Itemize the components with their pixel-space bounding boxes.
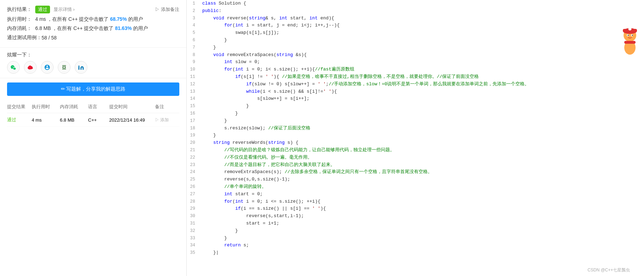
code-line: 26 //单个单词的旋转。 xyxy=(187,183,644,191)
code-line: 18 s.resize(slow); //保证了后面没空格 xyxy=(187,125,644,132)
line-number: 31 xyxy=(187,220,201,227)
pass-badge: 通过 xyxy=(35,6,50,13)
code-line: 28 for(int i = 0; i <= s.size(); ++i){ xyxy=(187,198,644,206)
code-editor[interactable]: 1class Solution {2public:3 void reverse(… xyxy=(187,0,644,276)
test-label: 通过测试用例： xyxy=(7,35,42,41)
line-content: } xyxy=(201,44,644,51)
test-row: 通过测试用例： 58 / 58 xyxy=(7,35,179,41)
left-panel: 执行结果： 通过 显示详情 › ▷ 添加备注 执行用时： 4 ms ，在所有 C… xyxy=(0,0,187,276)
header-time: 执行用时 xyxy=(32,104,60,110)
code-line: 13 while(i < s.size() && s[i]!=' '){ xyxy=(187,88,644,96)
linkedin-share-btn[interactable] xyxy=(75,61,87,74)
line-content: removeExtraSpaces(s); //去除多余空格，保证单词之间只有一… xyxy=(201,168,644,176)
code-line: 9 int slow = 0; xyxy=(187,59,644,66)
code-line: 15 } xyxy=(187,103,644,110)
row-time: 4 ms xyxy=(32,117,60,123)
code-line: 17 } xyxy=(187,117,644,125)
table-row: 通过 4 ms 6.8 MB C++ 2022/12/14 16:49 ▷ 添加 xyxy=(7,113,179,127)
code-line: 19 } xyxy=(187,132,644,139)
mem-row: 内存消耗： 6.8 MB ，在所有 C++ 提交中击败了 81.63% 的用户 xyxy=(7,25,179,32)
line-content: string reverseWords(string s) { xyxy=(201,139,644,147)
row-mem: 6.8 MB xyxy=(60,117,88,123)
line-content: } xyxy=(201,110,644,117)
line-content: //单个单词的旋转。 xyxy=(201,183,644,191)
code-line: 11 if(s[i] != ' '){ //如果是空格，啥事不干直接过,相当于删… xyxy=(187,73,644,81)
time-label: 执行用时： xyxy=(7,16,35,23)
line-number: 26 xyxy=(187,183,201,190)
line-content: reverse(s,0,s.size()-1); xyxy=(201,176,644,183)
header-lang: 语言 xyxy=(88,104,109,110)
row-result[interactable]: 通过 xyxy=(7,117,32,123)
line-number: 2 xyxy=(187,7,201,14)
execution-result-label: 执行结果： xyxy=(7,6,35,13)
row-note[interactable]: ▷ 添加 xyxy=(155,117,179,123)
line-number: 23 xyxy=(187,161,201,168)
line-content: int start = 0; xyxy=(201,191,644,198)
code-line: 22 //不仅仅是看懂代码。抄一遍。毫无作用。 xyxy=(187,154,644,161)
mem-value: 6.8 MB ，在所有 C++ 提交中击败了 81.63% 的用户 xyxy=(35,25,148,32)
header-mem: 内存消耗 xyxy=(60,104,88,110)
code-line: 10 for(int i = 0; i< s.size(); ++i){//fa… xyxy=(187,66,644,73)
detail-link[interactable]: 显示详情 › xyxy=(54,6,75,13)
line-content: if(slow != 0) s[slow++] = ' ';//手动添加空格，s… xyxy=(201,81,644,88)
line-content: swap(s[i],s[j]); xyxy=(201,29,644,37)
douban-share-btn[interactable] xyxy=(58,61,70,74)
code-line: 33 } xyxy=(187,235,644,242)
code-line: 2public: xyxy=(187,7,644,15)
code-line: 24 removeExtraSpaces(s); //去除多余空格，保证单词之间… xyxy=(187,168,644,176)
time-row: 执行用时： 4 ms ，在所有 C++ 提交中击败了 68.75% 的用户 xyxy=(7,16,179,23)
line-number: 16 xyxy=(187,110,201,117)
line-content: //而是这个题目标了，把它和自己的大脑关联了起来。 xyxy=(201,161,644,169)
line-number: 4 xyxy=(187,22,201,29)
line-number: 27 xyxy=(187,191,201,198)
line-content: int slow = 0; xyxy=(201,59,644,66)
code-line: 16 } xyxy=(187,110,644,117)
code-line: 12 if(slow != 0) s[slow++] = ' ';//手动添加空… xyxy=(187,81,644,88)
add-note-btn[interactable]: ▷ 添加备注 xyxy=(155,6,179,13)
code-line: 4 for(int i = start, j = end; i<j; i++,j… xyxy=(187,22,644,29)
line-number: 3 xyxy=(187,15,201,22)
line-number: 20 xyxy=(187,139,201,146)
line-content: void reverse(string& s, int start, int e… xyxy=(201,15,644,22)
line-content: start = i+1; xyxy=(201,220,644,227)
code-line: 35 }| xyxy=(187,249,644,257)
line-number: 7 xyxy=(187,44,201,51)
line-number: 34 xyxy=(187,242,201,249)
code-line: 1class Solution { xyxy=(187,0,644,7)
execution-result-row: 执行结果： 通过 显示详情 › ▷ 添加备注 xyxy=(7,6,179,13)
line-number: 21 xyxy=(187,147,201,154)
code-line: 34 return s; xyxy=(187,242,644,249)
line-content: } xyxy=(201,117,644,125)
line-content: s[slow++] = s[i++]; xyxy=(201,95,644,103)
line-content: for(int i = 0; i <= s.size(); ++i){ xyxy=(201,198,644,206)
line-content: class Solution { xyxy=(201,0,644,7)
line-number: 6 xyxy=(187,37,201,44)
line-content: public: xyxy=(201,7,644,15)
code-line: 32 } xyxy=(187,227,644,235)
line-number: 25 xyxy=(187,176,201,183)
table-header: 提交结果 执行用时 内存消耗 语言 提交时间 备注 xyxy=(7,100,179,113)
code-line: 21 //写代码的目的是啥？锻炼自己代码能力，让自己能够用代码，独立处理一些问题… xyxy=(187,147,644,154)
line-number: 5 xyxy=(187,29,201,36)
line-content: reverse(s,start,i-1); xyxy=(201,213,644,220)
line-number: 13 xyxy=(187,88,201,95)
code-line: 23 //而是这个题目标了，把它和自己的大脑关联了起来。 xyxy=(187,161,644,169)
line-number: 9 xyxy=(187,59,201,66)
write-solution-btn[interactable]: ✏ 写题解，分享我的解题思路 xyxy=(7,82,179,96)
line-number: 8 xyxy=(187,51,201,59)
result-section: 执行结果： 通过 显示详情 › ▷ 添加备注 执行用时： 4 ms ，在所有 C… xyxy=(0,0,186,48)
qq-share-btn[interactable] xyxy=(41,61,54,74)
weibo-share-btn[interactable] xyxy=(24,61,37,74)
code-line: 3 void reverse(string& s, int start, int… xyxy=(187,15,644,22)
line-number: 15 xyxy=(187,103,201,110)
line-number: 30 xyxy=(187,213,201,220)
share-section: 炫耀一下： xyxy=(0,48,186,78)
header-result: 提交结果 xyxy=(7,104,32,110)
share-icons xyxy=(7,61,179,74)
line-content: } xyxy=(201,227,644,235)
wechat-share-btn[interactable] xyxy=(7,61,20,74)
watermark: CSDN @C++七星瓢虫 xyxy=(588,267,630,273)
line-number: 35 xyxy=(187,249,201,256)
code-line: 14 s[slow++] = s[i++]; xyxy=(187,95,644,103)
line-content: void removeExtraSpaces(string &s){ xyxy=(201,51,644,59)
